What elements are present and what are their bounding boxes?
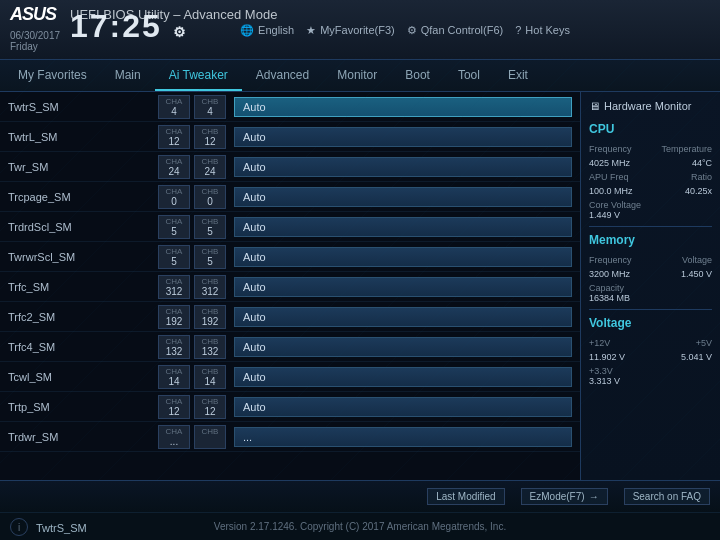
setting-name: Tcwl_SM bbox=[8, 371, 158, 383]
setting-value[interactable]: Auto bbox=[234, 157, 572, 177]
header-icons: 🌐 English ★ MyFavorite(F3) ⚙ Qfan Contro… bbox=[240, 23, 570, 36]
setting-value[interactable]: Auto bbox=[234, 127, 572, 147]
voltage-12v-value-row: 11.902 V 5.041 V bbox=[589, 352, 712, 362]
nav-monitor[interactable]: Monitor bbox=[323, 60, 391, 91]
channel-group: CHA 12 CHB 12 bbox=[158, 395, 226, 419]
voltage-33v-row: +3.3V 3.313 V bbox=[589, 366, 712, 386]
nav-advanced[interactable]: Advanced bbox=[242, 60, 323, 91]
table-row[interactable]: TwrwrScl_SM CHA 5 CHB 5 Auto bbox=[0, 242, 580, 272]
table-row[interactable]: Trfc_SM CHA 312 CHB 312 Auto bbox=[0, 272, 580, 302]
table-row[interactable]: Trtp_SM CHA 12 CHB 12 Auto bbox=[0, 392, 580, 422]
globe-icon: 🌐 bbox=[240, 23, 254, 36]
ratio-value: 40.25x bbox=[685, 186, 712, 196]
cpu-freq-row: Frequency Temperature bbox=[589, 144, 712, 154]
setting-value[interactable]: Auto bbox=[234, 397, 572, 417]
hot-keys-button[interactable]: ? Hot Keys bbox=[515, 24, 570, 36]
nav-main[interactable]: Main bbox=[101, 60, 155, 91]
last-modified-button[interactable]: Last Modified bbox=[427, 488, 504, 505]
ratio-label: Ratio bbox=[691, 172, 712, 182]
channel-group: CHA 192 CHB 192 bbox=[158, 305, 226, 329]
table-row[interactable]: TrdrdScl_SM CHA 5 CHB 5 Auto bbox=[0, 212, 580, 242]
table-row[interactable]: Tcwl_SM CHA 14 CHB 14 Auto bbox=[0, 362, 580, 392]
setting-value[interactable]: Auto bbox=[234, 307, 572, 327]
setting-name: Trcpage_SM bbox=[8, 191, 158, 203]
nav-exit[interactable]: Exit bbox=[494, 60, 542, 91]
language-selector[interactable]: 🌐 English bbox=[240, 23, 294, 36]
cpu-section-title: CPU bbox=[589, 122, 712, 136]
setting-value[interactable]: Auto bbox=[234, 277, 572, 297]
setting-value[interactable]: Auto bbox=[234, 247, 572, 267]
header-clock: 17:25 ⚙ bbox=[70, 8, 188, 45]
settings-gear-icon[interactable]: ⚙ bbox=[173, 24, 188, 40]
table-row[interactable]: Twr_SM CHA 24 CHB 24 Auto bbox=[0, 152, 580, 182]
setting-value[interactable]: Auto bbox=[234, 97, 572, 117]
setting-value[interactable]: ... bbox=[234, 427, 572, 447]
my-favorite-button[interactable]: ★ MyFavorite(F3) bbox=[306, 23, 395, 36]
chb-box: CHB 24 bbox=[194, 155, 226, 179]
nav-bar: My Favorites Main Ai Tweaker Advanced Mo… bbox=[0, 60, 720, 92]
setting-name: Trfc_SM bbox=[8, 281, 158, 293]
core-voltage-row: Core Voltage 1.449 V bbox=[589, 200, 712, 220]
cha-box: CHA 24 bbox=[158, 155, 190, 179]
table-row[interactable]: Trfc4_SM CHA 132 CHB 132 Auto bbox=[0, 332, 580, 362]
monitor-icon: 🖥 bbox=[589, 100, 600, 112]
chb-box: CHB 12 bbox=[194, 395, 226, 419]
header: ASUS UEFI BIOS Utility – Advanced Mode 0… bbox=[0, 0, 720, 60]
setting-value[interactable]: Auto bbox=[234, 217, 572, 237]
setting-name: TwtrS_SM bbox=[8, 101, 158, 113]
nav-my-favorites[interactable]: My Favorites bbox=[4, 60, 101, 91]
setting-value[interactable]: Auto bbox=[234, 187, 572, 207]
content-wrapper: TwtrS_SM CHA 4 CHB 4 Auto TwtrL_SM CHA 1… bbox=[0, 92, 720, 480]
setting-value[interactable]: Auto bbox=[234, 337, 572, 357]
search-faq-button[interactable]: Search on FAQ bbox=[624, 488, 710, 505]
table-row[interactable]: TwtrL_SM CHA 12 CHB 12 Auto bbox=[0, 122, 580, 152]
cpu-freq-value-row: 4025 MHz 44°C bbox=[589, 158, 712, 168]
mem-capacity-value: 16384 MB bbox=[589, 293, 712, 303]
voltage-section-title: Voltage bbox=[589, 316, 712, 330]
info-bar: i TwtrS_SM Version 2.17.1246. Copyright … bbox=[0, 512, 720, 540]
qfan-control-button[interactable]: ⚙ Qfan Control(F6) bbox=[407, 23, 504, 36]
chb-box: CHB 312 bbox=[194, 275, 226, 299]
nav-ai-tweaker[interactable]: Ai Tweaker bbox=[155, 60, 242, 91]
chb-box: CHB 14 bbox=[194, 365, 226, 389]
mem-freq-value-row: 3200 MHz 1.450 V bbox=[589, 269, 712, 279]
channel-group: CHA 24 CHB 24 bbox=[158, 155, 226, 179]
ezmode-button[interactable]: EzMode(F7) → bbox=[521, 488, 608, 505]
arrow-right-icon: → bbox=[589, 491, 599, 502]
chb-box: CHB 132 bbox=[194, 335, 226, 359]
info-icon[interactable]: i bbox=[10, 518, 28, 536]
chb-box: CHB 0 bbox=[194, 185, 226, 209]
plus33v-label: +3.3V bbox=[589, 366, 712, 376]
cpu-freq-label: Frequency bbox=[589, 144, 632, 154]
table-row[interactable]: Trdwr_SM CHA ... CHB ... bbox=[0, 422, 580, 452]
nav-boot[interactable]: Boot bbox=[391, 60, 444, 91]
apu-freq-row: APU Freq Ratio bbox=[589, 172, 712, 182]
cha-box: CHA 14 bbox=[158, 365, 190, 389]
setting-name: Twr_SM bbox=[8, 161, 158, 173]
core-voltage-value: 1.449 V bbox=[589, 210, 712, 220]
plus12v-label: +12V bbox=[589, 338, 610, 348]
setting-name: TwrwrScl_SM bbox=[8, 251, 158, 263]
channel-group: CHA 14 CHB 14 bbox=[158, 365, 226, 389]
setting-value[interactable]: Auto bbox=[234, 367, 572, 387]
channel-group: CHA 5 CHB 5 bbox=[158, 215, 226, 239]
channel-group: CHA 4 CHB 4 bbox=[158, 95, 226, 119]
settings-panel: TwtrS_SM CHA 4 CHB 4 Auto TwtrL_SM CHA 1… bbox=[0, 92, 580, 480]
cha-box: CHA 5 bbox=[158, 215, 190, 239]
fan-icon: ⚙ bbox=[407, 23, 417, 36]
apu-freq-label: APU Freq bbox=[589, 172, 629, 182]
plus12v-value: 11.902 V bbox=[589, 352, 625, 362]
channel-group: CHA 5 CHB 5 bbox=[158, 245, 226, 269]
setting-name: TwtrL_SM bbox=[8, 131, 158, 143]
mem-freq-row: Frequency Voltage bbox=[589, 255, 712, 265]
nav-tool[interactable]: Tool bbox=[444, 60, 494, 91]
cha-box: CHA 192 bbox=[158, 305, 190, 329]
cha-box: CHA 12 bbox=[158, 125, 190, 149]
asus-logo: ASUS bbox=[10, 4, 56, 25]
cpu-freq-value: 4025 MHz bbox=[589, 158, 630, 168]
table-row[interactable]: Trfc2_SM CHA 192 CHB 192 Auto bbox=[0, 302, 580, 332]
table-row[interactable]: TwtrS_SM CHA 4 CHB 4 Auto bbox=[0, 92, 580, 122]
mem-capacity-row: Capacity 16384 MB bbox=[589, 283, 712, 303]
setting-name: Trtp_SM bbox=[8, 401, 158, 413]
table-row[interactable]: Trcpage_SM CHA 0 CHB 0 Auto bbox=[0, 182, 580, 212]
